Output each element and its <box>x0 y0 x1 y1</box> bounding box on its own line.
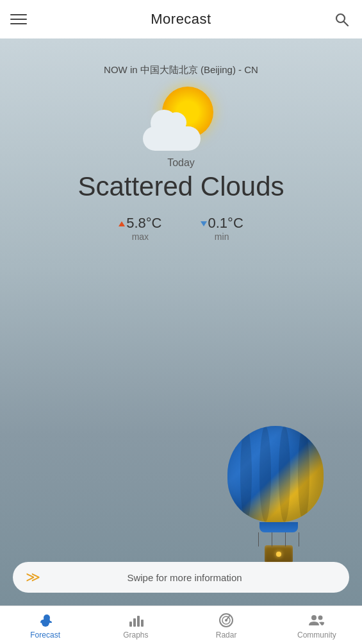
down-arrow-icon <box>201 221 207 226</box>
graphs-icon <box>127 611 145 629</box>
day-label: Today <box>167 157 195 169</box>
min-label: min <box>215 232 229 242</box>
svg-point-13 <box>318 615 323 620</box>
chevron-down-double-icon: ≫ <box>26 570 40 584</box>
svg-rect-5 <box>133 618 136 627</box>
balloon-decoration <box>227 426 330 554</box>
app-title: Morecast <box>151 11 211 28</box>
app-header: Morecast <box>0 0 362 38</box>
max-temp-value: 5.8°C <box>119 215 161 232</box>
nav-item-community[interactable]: Community <box>272 606 362 644</box>
svg-point-12 <box>311 615 317 620</box>
min-temp-value: 0.1°C <box>201 215 243 232</box>
up-arrow-icon <box>119 221 125 226</box>
bottom-navigation: Forecast Graphs Radar Community <box>0 606 362 644</box>
svg-line-1 <box>343 22 348 26</box>
max-label: max <box>132 232 149 242</box>
menu-button[interactable] <box>10 9 31 30</box>
community-label: Community <box>297 631 336 640</box>
community-icon <box>308 611 325 629</box>
nav-item-graphs[interactable]: Graphs <box>90 606 181 644</box>
graphs-label: Graphs <box>123 631 148 640</box>
cloud-icon <box>143 115 201 151</box>
temperature-row: 5.8°C max 0.1°C min <box>119 215 243 242</box>
forecast-icon <box>37 611 54 629</box>
swipe-banner[interactable]: ≫ Swipe for more information <box>13 562 349 593</box>
max-temp: 5.8°C max <box>119 215 161 242</box>
weather-icon <box>143 87 220 151</box>
forecast-label: Forecast <box>30 631 60 640</box>
radar-label: Radar <box>216 631 237 640</box>
search-icon <box>334 12 349 27</box>
svg-point-3 <box>42 619 49 627</box>
nav-item-forecast[interactable]: Forecast <box>0 606 90 644</box>
weather-content: NOW in 中国大陆北京 (Beijing) - CN Today Scatt… <box>0 38 362 246</box>
condition-text: Scattered Clouds <box>78 171 284 202</box>
search-button[interactable] <box>331 9 352 30</box>
min-temp: 0.1°C min <box>201 215 243 242</box>
svg-rect-4 <box>129 622 132 627</box>
svg-rect-7 <box>141 620 144 627</box>
swipe-text: Swipe for more information <box>48 572 321 583</box>
location-text: NOW in 中国大陆北京 (Beijing) - CN <box>104 64 258 76</box>
svg-rect-6 <box>137 616 140 627</box>
nav-item-radar[interactable]: Radar <box>181 606 272 644</box>
radar-icon <box>217 611 235 629</box>
